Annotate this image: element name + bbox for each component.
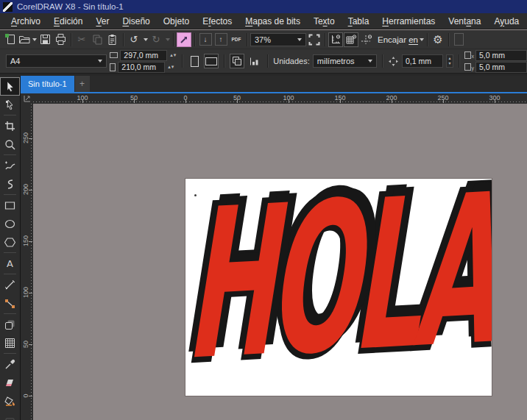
- toolbox-separator: [4, 194, 16, 195]
- fill-tool[interactable]: [0, 392, 20, 410]
- propbar-separator: [459, 54, 459, 68]
- application-launcher-button[interactable]: [452, 32, 467, 47]
- freehand-tool[interactable]: [0, 157, 20, 175]
- title-bar: CorelDRAW X8 - Sin título-1: [0, 0, 527, 13]
- page-height-field[interactable]: 210,0 mm: [118, 62, 165, 73]
- page-height-spinner[interactable]: ▴▾: [168, 64, 174, 70]
- coreldraw-logo-icon: [3, 2, 13, 12]
- vertical-ruler[interactable]: 250200150100500: [21, 104, 33, 420]
- cut-button[interactable]: ✂: [74, 32, 89, 47]
- menu-item-texto[interactable]: Texto: [307, 14, 342, 29]
- menu-item-mapas-de-bits[interactable]: Mapas de bits: [238, 14, 307, 29]
- zoom-dropdown-caret: [297, 38, 302, 41]
- ellipse-tool[interactable]: [0, 215, 20, 233]
- ruler-origin-button[interactable]: [21, 93, 33, 104]
- undo-dropdown-caret[interactable]: [144, 38, 148, 41]
- tab-sin-titulo-1[interactable]: Sin título-1: [21, 76, 74, 92]
- menu-item-edicion[interactable]: Edición: [47, 14, 89, 29]
- toolbar-separator: [123, 33, 124, 46]
- h-ruler-tick: [82, 99, 83, 103]
- full-screen-preview-button[interactable]: [307, 32, 322, 47]
- eyedropper-tool[interactable]: [0, 355, 20, 374]
- redo-dropdown-caret[interactable]: [166, 38, 170, 41]
- new-tab-button[interactable]: +: [75, 76, 90, 92]
- menu-item-efectos[interactable]: Efectos: [196, 14, 238, 29]
- paste-button[interactable]: [105, 32, 120, 47]
- toolbar-separator: [194, 33, 195, 46]
- toolbar-separator: [448, 33, 449, 46]
- toolbar-separator: [247, 33, 247, 46]
- show-rulers-toggle[interactable]: [328, 32, 343, 47]
- menu-item-diseno[interactable]: Diseño: [116, 14, 156, 29]
- portrait-button[interactable]: [188, 54, 201, 68]
- save-button[interactable]: [38, 32, 52, 47]
- menu-item-ayuda[interactable]: Ayuda: [487, 14, 526, 29]
- standard-toolbar: ✂ ↺ ↻ ↓ ↑ PDF 37%: [0, 30, 527, 49]
- export-button[interactable]: ↑: [213, 32, 228, 47]
- nudge-spinner[interactable]: ▴▾: [446, 54, 453, 68]
- show-grid-toggle[interactable]: [344, 32, 358, 47]
- zoom-tool[interactable]: [0, 135, 20, 154]
- all-pages-button[interactable]: [230, 54, 244, 68]
- toolbar-separator: [173, 33, 174, 46]
- menu-item-tabla[interactable]: Tabla: [342, 14, 376, 29]
- menu-item-archivo[interactable]: Archivo: [4, 14, 47, 29]
- show-guidelines-toggle[interactable]: [359, 32, 374, 47]
- duplicate-x-field[interactable]: 5,0 mm: [475, 50, 527, 61]
- zoom-level-combobox[interactable]: 37%: [250, 33, 306, 46]
- toolbox-separator: [4, 154, 16, 155]
- eraser-tool[interactable]: [0, 374, 20, 392]
- curve-tool[interactable]: [0, 175, 20, 193]
- page-width-field[interactable]: 297,0 mm: [120, 50, 167, 61]
- rectangle-tool[interactable]: [0, 196, 20, 215]
- document-page[interactable]: HOLA: [185, 179, 492, 396]
- new-document-button[interactable]: [3, 32, 18, 47]
- h-ruler-tick: [495, 99, 495, 103]
- horizontal-ruler[interactable]: 10050050100150200250300: [21, 93, 527, 104]
- toolbox: A: [0, 76, 21, 420]
- drop-shadow-tool[interactable]: [0, 316, 20, 334]
- toolbox-separator: [4, 353, 16, 354]
- dimension-tool[interactable]: [0, 276, 20, 294]
- open-button[interactable]: [18, 32, 37, 47]
- propbar-separator: [382, 54, 383, 68]
- nudge-offset-field[interactable]: 0,1 mm: [402, 54, 444, 68]
- pick-tool[interactable]: [0, 77, 20, 96]
- menu-item-herramientas[interactable]: Herramientas: [375, 14, 442, 29]
- duplicate-distance: x 5,0 mm y 5,0 mm: [464, 50, 527, 73]
- polygon-tool[interactable]: [0, 233, 20, 252]
- units-combobox[interactable]: milímetros: [313, 54, 377, 68]
- page-size-combobox[interactable]: A4: [6, 54, 107, 68]
- copy-button[interactable]: [90, 32, 105, 47]
- snap-dropdown-caret: [420, 38, 424, 41]
- snap-to-dropdown[interactable]: Encajar en: [378, 32, 424, 47]
- menu-item-ver[interactable]: Ver: [89, 14, 116, 29]
- options-button[interactable]: ⚙: [431, 32, 445, 47]
- property-bar: A4 297,0 mm ▴▾ 210,0 mm ▴▾ Unidades:: [0, 49, 527, 74]
- crop-tool[interactable]: [0, 117, 20, 135]
- search-content-button[interactable]: [177, 32, 191, 47]
- transparency-tool[interactable]: [0, 334, 20, 352]
- text-tool[interactable]: A: [0, 255, 20, 273]
- print-button[interactable]: [53, 32, 68, 47]
- current-page-button[interactable]: [247, 54, 262, 68]
- import-button[interactable]: ↓: [198, 32, 213, 47]
- artwork-hola[interactable]: HOLA: [185, 189, 492, 366]
- menu-item-ventana[interactable]: Ventana: [442, 14, 487, 29]
- svg-text:A: A: [7, 258, 13, 269]
- menu-item-objeto[interactable]: Objeto: [157, 14, 196, 29]
- landscape-button[interactable]: [204, 54, 219, 68]
- propbar-separator: [267, 54, 268, 68]
- shape-tool[interactable]: [0, 96, 20, 114]
- undo-button[interactable]: ↺: [127, 32, 141, 47]
- open-dropdown-caret[interactable]: [32, 38, 37, 41]
- connector-tool[interactable]: [0, 294, 20, 313]
- publish-pdf-button[interactable]: PDF: [229, 32, 244, 47]
- drawing-workspace[interactable]: HOLA: [33, 104, 527, 420]
- more-tools-button[interactable]: [0, 410, 20, 420]
- v-ruler-tick: [29, 396, 32, 396]
- page-width-spinner[interactable]: ▴▾: [170, 52, 177, 58]
- coreldraw-window: CorelDRAW X8 - Sin título-1 ArchivoEdici…: [0, 0, 527, 420]
- redo-button[interactable]: ↻: [149, 32, 163, 47]
- duplicate-y-field[interactable]: 5,0 mm: [475, 62, 527, 73]
